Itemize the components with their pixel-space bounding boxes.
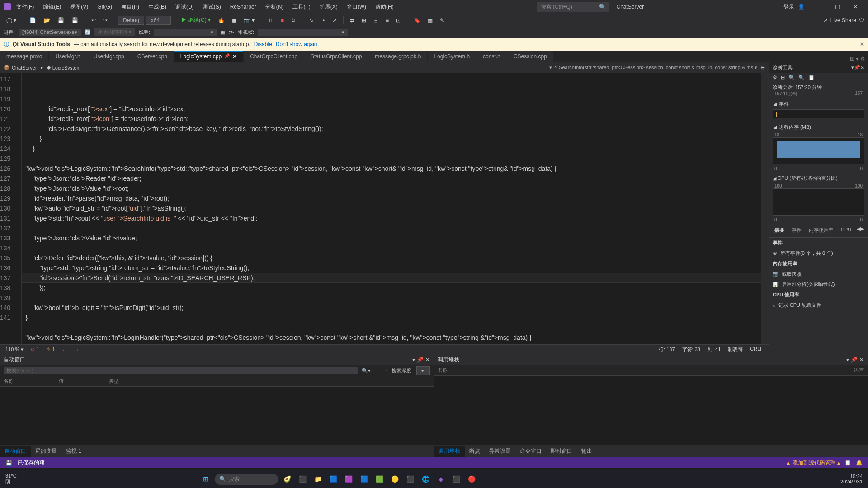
tab-message-proto[interactable]: message.proto bbox=[0, 51, 48, 62]
restart-button[interactable]: ↻ bbox=[288, 16, 298, 25]
liveshare-button[interactable]: Live Share bbox=[830, 17, 856, 23]
menu-project[interactable]: 项目(P) bbox=[118, 1, 143, 13]
events-all-link[interactable]: 👁所有事件(0 个，共 0 个) bbox=[769, 248, 868, 258]
diag-pin-button[interactable]: 📌 bbox=[854, 65, 860, 70]
heap-analysis-button[interactable]: 📊启用堆分析(会影响性能) bbox=[769, 279, 868, 290]
class-combo[interactable]: ◆ LogicSystem bbox=[47, 65, 81, 70]
tab-overflow-button[interactable]: ⊞ ▾ bbox=[850, 56, 859, 62]
bottom-tab-breakpoints[interactable]: 断点 bbox=[465, 446, 485, 457]
bookmark-button[interactable]: 🔖 bbox=[411, 16, 423, 25]
git-add-button[interactable]: ▲ 添加到源代码管理 ▴ bbox=[785, 459, 840, 467]
autos-body[interactable] bbox=[0, 387, 434, 445]
pause-button[interactable]: ⏸ bbox=[265, 16, 276, 25]
tb-icon-3[interactable]: ⊟ bbox=[371, 16, 381, 25]
menu-window[interactable]: 窗口(W) bbox=[343, 1, 370, 13]
nav-prev-button[interactable]: ← bbox=[374, 368, 379, 373]
stop-debug-button[interactable]: ◼ bbox=[229, 16, 239, 25]
diag-close-button[interactable]: ✕ bbox=[860, 65, 864, 70]
notification-icon[interactable]: 🔔 bbox=[856, 460, 863, 466]
diag-settings-icon[interactable]: ⚙ bbox=[773, 75, 777, 80]
code-content[interactable]: "id">redis_root["">sex"] = "id">userinfo… bbox=[22, 73, 769, 344]
pin-icon[interactable]: 📌 bbox=[224, 53, 230, 60]
scope-combo[interactable]: 📦 ChatServer bbox=[4, 65, 37, 70]
menu-resharper[interactable]: ReSharper bbox=[226, 2, 260, 12]
global-search[interactable]: 搜索 (Ctrl+Q) 🔍 bbox=[537, 2, 609, 12]
panel-pin-button[interactable]: 📌 bbox=[417, 357, 424, 363]
task-vs[interactable]: ◆ bbox=[434, 473, 447, 485]
info-close-button[interactable]: ✕ bbox=[860, 41, 864, 47]
diag-tab-summary[interactable]: 摘要 bbox=[773, 226, 786, 235]
task-app-8[interactable]: ⬛ bbox=[404, 473, 416, 485]
menu-edit[interactable]: 编辑(E) bbox=[39, 1, 65, 13]
menu-extensions[interactable]: 扩展(X) bbox=[316, 1, 341, 13]
task-app-9[interactable]: 🌐 bbox=[419, 473, 432, 485]
task-explorer[interactable]: 📁 bbox=[311, 473, 324, 485]
events-chart[interactable] bbox=[773, 109, 864, 118]
col-name2[interactable]: 名称 bbox=[438, 367, 448, 374]
indent-mode[interactable]: 制表符 bbox=[728, 346, 743, 353]
lifecycle-combo[interactable]: 生命周期事件▾ bbox=[94, 28, 135, 36]
bottom-tab-autos[interactable]: 自动窗口 bbox=[0, 446, 31, 457]
stackframe-combo[interactable]: ▾ bbox=[258, 29, 348, 36]
diag-tab-nav[interactable]: ◀▶ bbox=[857, 226, 864, 235]
start-button[interactable]: ⊞ bbox=[199, 473, 212, 485]
events-heading[interactable]: ◢ 事件 bbox=[773, 101, 864, 108]
minimize-button[interactable]: — bbox=[810, 0, 828, 14]
thread-nav-icon[interactable]: ≫ bbox=[229, 29, 234, 35]
task-app-7[interactable]: 🟡 bbox=[388, 473, 401, 485]
menu-view[interactable]: 视图(V) bbox=[66, 1, 92, 13]
step-over-button[interactable]: ↷ bbox=[318, 16, 328, 25]
diag-reset-icon[interactable]: 🔍 bbox=[798, 75, 805, 80]
menu-help[interactable]: 帮助(H) bbox=[372, 1, 397, 13]
taskbar-time[interactable]: 15:24 bbox=[850, 474, 863, 479]
lifecycle-icon[interactable]: 🔄 bbox=[85, 29, 91, 35]
qt-dontshow-link[interactable]: Don't show again bbox=[276, 41, 317, 47]
bottom-tab-output[interactable]: 输出 bbox=[577, 446, 597, 457]
tab-usermgr-h[interactable]: UserMgr.h bbox=[49, 51, 86, 62]
maximize-button[interactable]: ▢ bbox=[828, 0, 846, 14]
memory-chart[interactable] bbox=[773, 137, 864, 164]
task-app-6[interactable]: 🟩 bbox=[373, 473, 386, 485]
task-app-5[interactable]: 🟦 bbox=[358, 473, 370, 485]
error-count[interactable]: ⊘ 1 bbox=[31, 347, 39, 352]
taskbar-date[interactable]: 2024/7/31 bbox=[840, 479, 863, 484]
back-button[interactable]: ◯ ▾ bbox=[4, 16, 19, 25]
tab-usermgr-cpp[interactable]: UserMgr.cpp bbox=[87, 51, 131, 62]
member-combo[interactable]: ▾ ⚬ SearchInfo(std::shared_ptr<CSession>… bbox=[549, 65, 757, 70]
task-app-2[interactable]: ⬛ bbox=[296, 473, 309, 485]
tb-icon-6[interactable]: ▦ bbox=[425, 16, 435, 25]
user-icon[interactable]: 👤 bbox=[798, 4, 805, 10]
snapshot-button[interactable]: 📷截取快照 bbox=[769, 269, 868, 279]
menu-tools[interactable]: 工具(T) bbox=[289, 1, 314, 13]
diag-tool-icon[interactable]: 📋 bbox=[808, 75, 815, 80]
tab-logicsystem-h[interactable]: LogicSystem.h bbox=[428, 51, 476, 62]
bottom-tab-exceptions[interactable]: 异常设置 bbox=[485, 446, 515, 457]
config-combo[interactable]: Debug bbox=[118, 16, 144, 25]
tab-logicsystem-cpp[interactable]: LogicSystem.cpp 📌 ✕ bbox=[174, 51, 243, 62]
fold-column[interactable] bbox=[15, 73, 22, 344]
depth-combo[interactable]: ▾ bbox=[416, 366, 430, 375]
nav-split-button[interactable]: ⊕ bbox=[761, 65, 765, 70]
col-value[interactable]: 值 bbox=[59, 378, 64, 385]
bottom-tab-locals[interactable]: 局部变量 bbox=[31, 446, 61, 457]
nav-back-button[interactable]: ← bbox=[62, 347, 67, 352]
save-all-button[interactable]: 💾 bbox=[69, 16, 81, 25]
status-icon-1[interactable]: 📋 bbox=[844, 460, 851, 466]
panel-pin-button[interactable]: 📌 bbox=[851, 357, 858, 363]
step-out-button[interactable]: ↗ bbox=[330, 16, 340, 25]
panel-close-button[interactable]: ✕ bbox=[425, 357, 430, 363]
col-lang[interactable]: 语言 bbox=[854, 367, 864, 374]
hot-reload-button[interactable]: 🔥 bbox=[215, 16, 227, 25]
tb-icon-5[interactable]: ⊡ bbox=[393, 16, 403, 25]
menu-analyze[interactable]: 分析(N) bbox=[262, 1, 288, 13]
continue-button[interactable]: ▶ 继续(C) ▾ bbox=[179, 15, 213, 25]
redo-button[interactable]: ↷ bbox=[100, 16, 110, 25]
tab-csession-cpp[interactable]: CSession.cpp bbox=[507, 51, 553, 62]
process-combo[interactable]: [46044] ChatServer.exe▾ bbox=[19, 29, 81, 36]
autos-search-input[interactable] bbox=[4, 367, 358, 374]
save-button[interactable]: 💾 bbox=[55, 16, 67, 25]
screenshot-button[interactable]: 📷 ▾ bbox=[241, 16, 257, 25]
task-terminal[interactable]: ⬛ bbox=[450, 473, 462, 485]
tb-icon-1[interactable]: ⇄ bbox=[347, 16, 357, 25]
bottom-tab-command[interactable]: 命令窗口 bbox=[515, 446, 546, 457]
